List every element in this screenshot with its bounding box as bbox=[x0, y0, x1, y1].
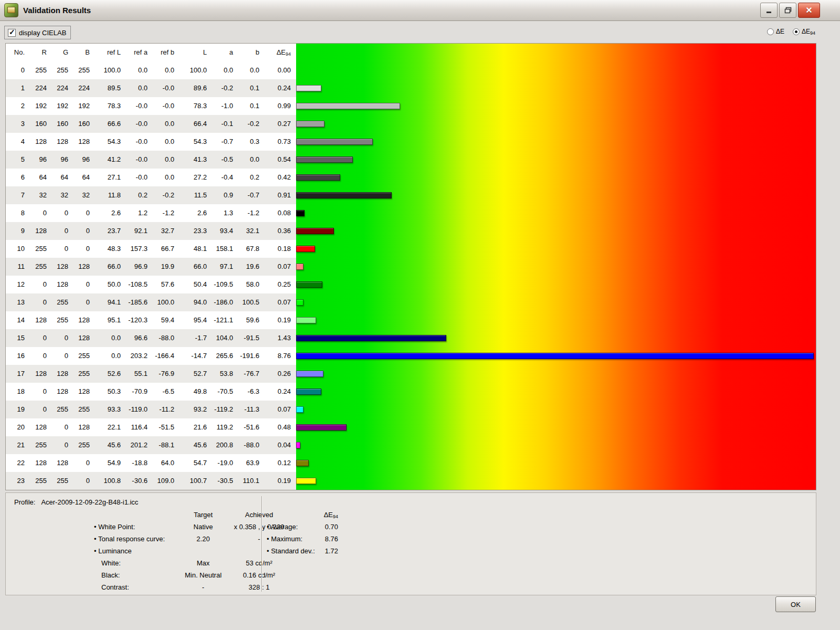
table-cell: 192 bbox=[52, 97, 74, 115]
footer-stats-block: ΔE94 Average:0.70Maximum:8.76Standard de… bbox=[267, 509, 338, 557]
table-cell: 0 bbox=[30, 204, 52, 222]
footer-cell: White Point: bbox=[90, 523, 180, 531]
table-cell: 0.0 bbox=[95, 347, 126, 365]
radio-delta-e[interactable]: ΔE bbox=[767, 28, 784, 36]
table-cell: 128 bbox=[52, 276, 74, 293]
close-button[interactable]: ✕ bbox=[798, 3, 820, 18]
table-cell: 128 bbox=[30, 311, 52, 329]
header-ref-b: ref b bbox=[153, 44, 180, 61]
table-cell: 96.6 bbox=[126, 329, 153, 347]
table-cell: 53.8 bbox=[212, 365, 238, 383]
table-cell: 0.19 bbox=[265, 472, 296, 490]
table-cell: 0.0 bbox=[153, 151, 180, 169]
table-cell: -186.0 bbox=[212, 293, 238, 311]
table-cell: 64 bbox=[30, 169, 52, 186]
table-cell: 128 bbox=[52, 133, 74, 151]
table-cell: 0.0 bbox=[212, 61, 238, 79]
table-cell: 192 bbox=[74, 97, 95, 115]
table-cell: 0 bbox=[30, 401, 52, 418]
delta-e-bar bbox=[296, 281, 322, 288]
table-cell: 224 bbox=[52, 79, 74, 97]
table-cell: 100.0 bbox=[180, 61, 212, 79]
table-cell: 48.3 bbox=[95, 240, 126, 258]
table-cell: 0.04 bbox=[265, 436, 296, 454]
table-cell: 201.2 bbox=[126, 436, 153, 454]
footer-cell: 53 cd/m² bbox=[226, 559, 292, 567]
table-cell: -166.4 bbox=[153, 347, 180, 365]
radio-delta-e94-circle[interactable] bbox=[793, 28, 800, 35]
table-row: 219219219278.3-0.0-0.078.3-1.00.10.99 bbox=[6, 97, 296, 115]
footer-cell: Min. Neutral bbox=[180, 571, 226, 579]
table-cell: 41.2 bbox=[95, 151, 126, 169]
table-cell: -0.1 bbox=[212, 115, 238, 133]
delta-e-bar bbox=[296, 478, 316, 484]
table-cell: 128 bbox=[52, 258, 74, 276]
table-cell: -11.3 bbox=[238, 401, 265, 418]
table-cell: 0 bbox=[52, 329, 74, 347]
delta-e-bar bbox=[296, 192, 392, 198]
footer-cell: Black: bbox=[90, 571, 180, 579]
table-cell: 0.0 bbox=[153, 115, 180, 133]
table-row: 91280023.792.132.723.393.432.10.36 bbox=[6, 222, 296, 240]
table-cell: 128 bbox=[52, 365, 74, 383]
header-delta-e94: ΔE94 bbox=[265, 44, 296, 61]
radio-delta-e-circle[interactable] bbox=[767, 28, 774, 35]
table-cell: -0.7 bbox=[238, 186, 265, 204]
footer-divider bbox=[261, 496, 262, 592]
table-cell: 23.7 bbox=[95, 222, 126, 240]
table-cell: 54.9 bbox=[95, 454, 126, 472]
restore-button[interactable] bbox=[779, 3, 796, 18]
table-cell: -0.7 bbox=[212, 133, 238, 151]
footer-cell: - bbox=[180, 583, 226, 591]
table-cell: 255 bbox=[30, 436, 52, 454]
table-cell: 10 bbox=[6, 240, 30, 258]
table-cell: 109.0 bbox=[153, 472, 180, 490]
radio-delta-e94[interactable]: ΔE94 bbox=[793, 28, 815, 36]
table-cell: 0.26 bbox=[265, 365, 296, 383]
table-cell: -70.5 bbox=[212, 383, 238, 401]
table-cell: 1.43 bbox=[265, 329, 296, 347]
footer-stats-header: ΔE94 bbox=[267, 509, 338, 521]
delta-e-bar bbox=[296, 460, 309, 466]
display-cielab-group: display CIELAB bbox=[4, 26, 71, 39]
minimize-button[interactable] bbox=[760, 3, 778, 18]
table-cell: 54.3 bbox=[95, 133, 126, 151]
table-cell: 100.8 bbox=[95, 472, 126, 490]
table-cell: 1.2 bbox=[126, 204, 153, 222]
window-titlebar[interactable]: Validation Results ✕ bbox=[0, 0, 840, 21]
table-cell: 96 bbox=[52, 151, 74, 169]
delta-e-bar bbox=[296, 228, 334, 234]
table-cell: 128 bbox=[74, 258, 95, 276]
ok-button[interactable]: OK bbox=[775, 596, 816, 612]
table-cell: 128 bbox=[30, 454, 52, 472]
table-cell: 4 bbox=[6, 133, 30, 151]
table-cell: 0 bbox=[74, 276, 95, 293]
delta-e-bar bbox=[296, 317, 316, 323]
display-cielab-checkbox-box[interactable] bbox=[8, 29, 16, 37]
table-cell: 1 bbox=[6, 79, 30, 97]
table-cell: 18 bbox=[6, 383, 30, 401]
header-ref-a: ref a bbox=[126, 44, 153, 61]
table-cell: 0.08 bbox=[265, 204, 296, 222]
table-cell: 128 bbox=[30, 133, 52, 151]
header-l: L bbox=[180, 44, 212, 61]
table-cell: 22.1 bbox=[95, 418, 126, 436]
table-cell: 64.0 bbox=[153, 454, 180, 472]
profile-line: Profile: Acer-2009-12-09-22g-B48-i1.icc bbox=[14, 498, 138, 506]
table-cell: 23 bbox=[6, 472, 30, 490]
table-cell: -30.6 bbox=[126, 472, 153, 490]
table-cell: 6 bbox=[6, 169, 30, 186]
table-cell: 0 bbox=[30, 329, 52, 347]
table-row: 18012812850.3-70.9-6.549.8-70.5-6.30.24 bbox=[6, 383, 296, 401]
table-cell: 27.1 bbox=[95, 169, 126, 186]
table-cell: 66.7 bbox=[153, 240, 180, 258]
table-cell: 200.8 bbox=[212, 436, 238, 454]
footer-stat-cell: 0.70 bbox=[319, 523, 338, 531]
table-cell: -88.0 bbox=[238, 436, 265, 454]
table-cell: 67.8 bbox=[238, 240, 265, 258]
profile-value: Acer-2009-12-09-22g-B48-i1.icc bbox=[41, 498, 138, 506]
table-cell: 11 bbox=[6, 258, 30, 276]
delta-e-bar bbox=[296, 85, 321, 91]
table-cell: 255 bbox=[52, 61, 74, 79]
delta-e-bar bbox=[296, 335, 446, 341]
